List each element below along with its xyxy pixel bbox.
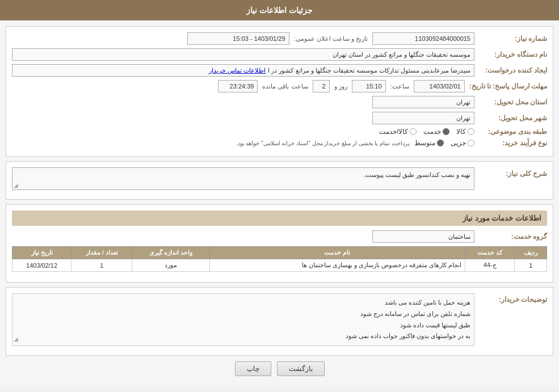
col-header-code: کد خدمت xyxy=(465,247,515,259)
expire-date-value: 1403/02/01 xyxy=(414,80,465,92)
col-header-qty: تعداد / مقدار xyxy=(72,247,132,259)
cell-row-0: 1 xyxy=(515,259,547,272)
radio-kala-khedmat-label: کالا/خدمت xyxy=(379,128,408,136)
purchase-type-note: پرداخت تمام یا بخشی از مبلغ خریداز محل "… xyxy=(236,140,410,146)
radio-khedmat xyxy=(443,128,449,135)
radio-kala xyxy=(468,128,474,135)
table-row: 1 ج-44 انجام کارهای متفرقه درخصوص بازساز… xyxy=(12,259,547,272)
category-radio-group: کالا خدمت کالا/خدمت xyxy=(379,128,474,136)
purchase-type-radio-group: جزیی متوسط xyxy=(414,139,474,147)
buyer-desc-line-3: طبق لیستها قیمت داده شود xyxy=(16,320,470,331)
radio-kala-khedmat xyxy=(410,128,417,135)
services-section-title: اطلاعات خدمات مورد نیاز xyxy=(12,210,547,226)
row-city: شهر محل تحویل: تهران xyxy=(12,112,547,124)
radio-khedmat-label: خدمت xyxy=(423,128,441,136)
buyer-desc-line-4: به در خواستهای بدون فاکتور جواب داده نمی… xyxy=(16,331,470,342)
page-container: جزئیات اطلاعات نیاز شماره نیاز: 11030924… xyxy=(0,0,559,387)
purchase-type-label: نوع فرآیند خرید: xyxy=(479,139,547,147)
row-service-group: گروه خدمت: ساختمان xyxy=(12,230,547,243)
radio-motavaset-label: متوسط xyxy=(414,139,435,147)
need-number-label: شماره نیاز: xyxy=(479,35,547,43)
category-label: طبقه بندی موضوعی: xyxy=(479,128,547,136)
buyer-description-box: هزینه حمل با تامین کننده می باشد شماره ت… xyxy=(12,293,474,346)
expire-time-value: 15:10 xyxy=(352,80,386,92)
col-header-row: ردیف xyxy=(515,247,547,259)
cell-unit-0: مورد xyxy=(132,259,209,272)
radio-jozi xyxy=(468,140,474,146)
announce-date-value: 1403/01/29 - 15:03 xyxy=(187,32,289,45)
service-group-value: ساختمان xyxy=(372,230,474,243)
expire-remain-value: 23:24:39 xyxy=(218,80,258,92)
row-buyer-desc: توضیحات خریدار: هزینه حمل با تامین کننده… xyxy=(12,293,547,346)
buyer-desc-label: توضیحات خریدار: xyxy=(479,293,547,304)
delivery-city-value: تهران xyxy=(372,112,474,124)
delivery-province-label: استان محل تحویل: xyxy=(479,98,547,106)
services-table: ردیف کد خدمت نام خدمت واحد اندازه گیری ت… xyxy=(12,246,547,272)
need-description-box: تهیه و نصب کندانسور طبق لیست پیوست. ◢ xyxy=(12,167,474,190)
buyer-org-value: موسسه تحقیقات جنگلها و مراتع کشور در است… xyxy=(12,48,474,61)
cell-name-0: انجام کارهای متفرقه درخصوص بازسازی و بهس… xyxy=(209,259,465,272)
table-header-row: ردیف کد خدمت نام خدمت واحد اندازه گیری ت… xyxy=(12,247,547,259)
delivery-city-label: شهر محل تحویل: xyxy=(479,114,547,122)
category-option-kala: کالا xyxy=(456,128,474,136)
need-number-value: 1103092484000015 xyxy=(372,32,474,45)
page-header: جزئیات اطلاعات نیاز xyxy=(0,0,559,20)
page-title: جزئیات اطلاعات نیاز xyxy=(246,6,313,15)
row-need-description: شرح کلی نیاز: تهیه و نصب کندانسور طبق لی… xyxy=(12,167,547,190)
creator-label: ایجاد کننده درخواست: xyxy=(479,66,547,74)
col-header-name: نام خدمت xyxy=(209,247,465,259)
expire-label: مهلت ارسال پاسخ: تا تاریخ: xyxy=(469,82,547,90)
contact-info-link[interactable]: اطلاعات تماس خریدار xyxy=(209,67,266,74)
need-description-value: تهیه و نصب کندانسور طبق لیست پیوست. xyxy=(364,171,470,178)
row-buyer-org: نام دستگاه خریدار: موسسه تحقیقات جنگلها … xyxy=(12,48,547,61)
row-creator: ایجاد کننده درخواست: سیدرضا میرعابدینی م… xyxy=(12,64,547,77)
row-purchase-type: نوع فرآیند خرید: جزیی متوسط پرداخت تمام … xyxy=(12,139,547,147)
row-need-number: شماره نیاز: 1103092484000015 تاریخ و ساع… xyxy=(12,32,547,45)
buyer-desc-line-2: شماره تلفن برای تماس در سامانه درج شود xyxy=(16,309,470,320)
col-header-unit: واحد اندازه گیری xyxy=(132,247,209,259)
service-group-label: گروه خدمت: xyxy=(479,233,547,241)
table-body: 1 ج-44 انجام کارهای متفرقه درخصوص بازساز… xyxy=(12,259,547,272)
cell-code-0: ج-44 xyxy=(465,259,515,272)
need-description-label: شرح کلی نیاز: xyxy=(479,167,547,178)
buyer-desc-line-1: هزینه حمل با تامین کننده می باشد xyxy=(16,297,470,309)
expire-time-label: ساعت: xyxy=(390,83,409,90)
section-buyer-desc: توضیحات خریدار: هزینه حمل با تامین کننده… xyxy=(6,287,553,356)
purchase-type-jozi: جزیی xyxy=(451,139,474,147)
buyer-org-label: نام دستگاه خریدار: xyxy=(479,50,547,58)
row-province: استان محل تحویل: تهران xyxy=(12,96,547,108)
resize-icon: ◢ xyxy=(14,182,18,188)
expire-remain-label: ساعت باقی مانده xyxy=(262,83,308,90)
table-head: ردیف کد خدمت نام خدمت واحد اندازه گیری ت… xyxy=(12,247,547,259)
main-content: شماره نیاز: 1103092484000015 تاریخ و ساع… xyxy=(0,20,559,387)
row-expire: مهلت ارسال پاسخ: تا تاریخ: 1403/02/01 سا… xyxy=(12,80,547,92)
creator-value: سیدرضا میرعابدینی مسئول تدارکات موسسه تح… xyxy=(12,64,474,77)
category-option-kala-khedmat: کالا/خدمت xyxy=(379,128,417,136)
back-button[interactable]: بازگشت xyxy=(277,361,325,376)
cell-date-0: 1403/02/12 xyxy=(12,259,72,272)
col-header-date: تاریخ نیاز xyxy=(12,247,72,259)
purchase-type-motavaset: متوسط xyxy=(414,139,444,147)
form-section-main: شماره نیاز: 1103092484000015 تاریخ و ساع… xyxy=(6,26,553,157)
delivery-province-value: تهران xyxy=(372,96,474,108)
expire-days-value: 2 xyxy=(313,80,330,92)
expire-days-label: روز و xyxy=(334,83,347,90)
row-category: طبقه بندی موضوعی: کالا خدمت کالا/خدمت xyxy=(12,128,547,136)
category-option-khedmat: خدمت xyxy=(423,128,449,136)
print-button[interactable]: چاپ xyxy=(235,361,271,376)
radio-jozi-label: جزیی xyxy=(451,139,466,147)
buttons-row: بازگشت چاپ xyxy=(6,361,553,382)
radio-motavaset xyxy=(437,140,444,146)
section-services: اطلاعات خدمات مورد نیاز گروه خدمت: ساختم… xyxy=(6,204,553,283)
announce-date-label: تاریخ و ساعت اعلان عمومی: xyxy=(294,35,368,43)
resize-icon-desc: ◢ xyxy=(14,334,18,344)
radio-kala-label: کالا xyxy=(456,128,466,136)
section-need-description: شرح کلی نیاز: تهیه و نصب کندانسور طبق لی… xyxy=(6,161,553,200)
cell-qty-0: 1 xyxy=(72,259,132,272)
